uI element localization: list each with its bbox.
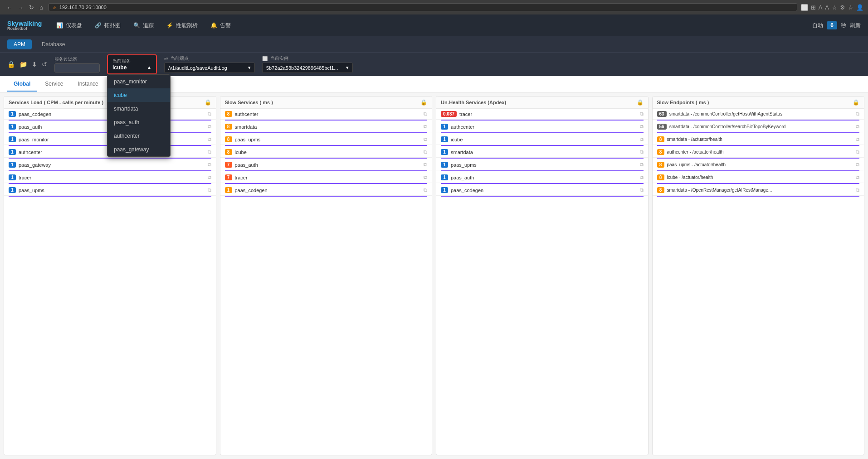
- copy-icon[interactable]: ⧉: [208, 149, 211, 155]
- main-nav: 📊 仪表盘 🔗 拓扑图 🔍 追踪 ⚡ 性能剖析 🔔 告警: [51, 19, 803, 32]
- table-row[interactable]: 8 authcenter ⧉: [220, 109, 432, 120]
- table-row[interactable]: 7 tracer ⧉: [220, 172, 432, 183]
- dropdown-item-paas-monitor[interactable]: paas_monitor: [107, 75, 170, 88]
- copy-icon[interactable]: ⧉: [208, 124, 211, 130]
- current-endpoint-value-selector[interactable]: /v1/auditLog/saveAuditLog ▾: [164, 63, 255, 73]
- browser-icon-7[interactable]: ☆: [848, 4, 853, 11]
- current-service-selector[interactable]: 当前服务 icube ▲: [107, 54, 157, 74]
- table-row[interactable]: 56 smartdata - /commonController/searchB…: [653, 121, 864, 132]
- refresh-label[interactable]: 刷新: [850, 22, 861, 29]
- table-row[interactable]: 7 paas_auth ⧉: [220, 159, 432, 170]
- copy-icon[interactable]: ⧉: [424, 149, 427, 155]
- folder-icon[interactable]: 📁: [20, 61, 27, 68]
- slow-endpoint-name: smartdata - /OpenRestManager/getAIRestMa…: [667, 188, 853, 193]
- copy-icon[interactable]: ⧉: [856, 124, 859, 130]
- browser-icon-5[interactable]: ☆: [832, 4, 837, 11]
- nav-topology[interactable]: 🔗 拓扑图: [89, 19, 126, 32]
- browser-back-button[interactable]: ←: [5, 3, 14, 12]
- copy-icon[interactable]: ⧉: [640, 187, 644, 193]
- app-header: Skywalking Rocketbot 📊 仪表盘 🔗 拓扑图 🔍 追踪 ⚡ …: [0, 14, 868, 36]
- table-row[interactable]: 1 paas_upms ⧉: [4, 185, 216, 196]
- table-row[interactable]: 8 authcenter - /actuator/health ⧉: [653, 147, 864, 158]
- table-row[interactable]: 8 smartdata - /OpenRestManager/getAIRest…: [653, 185, 864, 196]
- table-row[interactable]: 0.037 tracer ⧉: [436, 109, 648, 120]
- dropdown-item-smartdata[interactable]: smartdata: [107, 102, 170, 116]
- nav-alarm[interactable]: 🔔 告警: [205, 19, 236, 32]
- copy-icon[interactable]: ⧉: [856, 162, 859, 168]
- copy-icon[interactable]: ⧉: [856, 111, 859, 117]
- copy-icon[interactable]: ⧉: [208, 187, 211, 193]
- copy-icon[interactable]: ⧉: [208, 174, 211, 180]
- download-icon[interactable]: ⬇: [32, 61, 37, 68]
- slow-badge: 8: [225, 149, 232, 155]
- current-instance-value-selector[interactable]: 5b72a2a53b32429896485bcf1... ▾: [262, 63, 353, 73]
- nav-profiling-label: 性能剖析: [176, 22, 198, 29]
- copy-icon[interactable]: ⧉: [424, 187, 427, 193]
- table-row[interactable]: 1 paas_upms ⧉: [436, 159, 648, 170]
- table-row[interactable]: 1 smartdata ⧉: [436, 147, 648, 158]
- copy-icon[interactable]: ⧉: [424, 111, 427, 117]
- unhealth-badge: 1: [441, 149, 448, 155]
- copy-icon[interactable]: ⧉: [208, 136, 211, 142]
- browser-icon-8[interactable]: 👤: [856, 4, 863, 11]
- copy-icon[interactable]: ⧉: [856, 174, 859, 180]
- table-row[interactable]: 8 icube ⧉: [220, 147, 432, 158]
- copy-icon[interactable]: ⧉: [640, 124, 644, 130]
- table-row[interactable]: 8 smartdata - /actuator/health ⧉: [653, 134, 864, 145]
- sub-nav-apm[interactable]: APM: [7, 39, 32, 49]
- refresh-icon[interactable]: ↺: [42, 61, 47, 68]
- copy-icon[interactable]: ⧉: [424, 136, 427, 142]
- copy-icon[interactable]: ⧉: [424, 124, 427, 130]
- browser-address-bar[interactable]: ⚠ 192.168.70.26:10800: [49, 3, 797, 11]
- table-row[interactable]: 1 authcenter ⧉: [436, 121, 648, 132]
- table-row[interactable]: 8 icube - /actuator/health ⧉: [653, 172, 864, 183]
- dropdown-item-paas-gateway[interactable]: paas_gateway: [107, 143, 170, 156]
- nav-dashboard[interactable]: 📊 仪表盘: [51, 19, 88, 32]
- copy-icon[interactable]: ⧉: [424, 162, 427, 168]
- table-row[interactable]: 1 tracer ⧉: [4, 172, 216, 183]
- copy-icon[interactable]: ⧉: [856, 136, 859, 142]
- service-filter-input[interactable]: [54, 63, 100, 72]
- table-row[interactable]: 1 paas_codegen ⧉: [436, 185, 648, 196]
- tab-service[interactable]: Service: [39, 77, 69, 92]
- table-row[interactable]: 1 paas_auth ⧉: [436, 172, 648, 183]
- copy-icon[interactable]: ⧉: [640, 149, 644, 155]
- copy-icon[interactable]: ⧉: [856, 149, 859, 155]
- browser-icon-3[interactable]: A: [819, 4, 823, 11]
- copy-icon[interactable]: ⧉: [640, 174, 644, 180]
- tab-instance[interactable]: Instance: [71, 77, 104, 92]
- copy-icon[interactable]: ⧉: [208, 162, 211, 168]
- table-row[interactable]: 1 icube ⧉: [436, 134, 648, 145]
- dropdown-item-paas-auth[interactable]: paas_auth: [107, 116, 170, 129]
- sub-nav-database[interactable]: Database: [35, 39, 71, 49]
- nav-trace[interactable]: 🔍 追踪: [128, 19, 159, 32]
- table-row[interactable]: 1 paas_gateway ⧉: [4, 159, 216, 170]
- table-row[interactable]: 8 paas_upms ⧉: [220, 134, 432, 145]
- copy-icon[interactable]: ⧉: [856, 187, 859, 193]
- refresh-time-badge[interactable]: 6: [827, 21, 837, 29]
- slow-services-panel: Slow Services ( ms ) 🔒 8 authcenter ⧉ 8 …: [220, 96, 433, 455]
- dropdown-item-authcenter[interactable]: authcenter: [107, 129, 170, 143]
- auto-label: 自动: [812, 22, 823, 29]
- copy-icon[interactable]: ⧉: [640, 136, 644, 142]
- slow-service-name: tracer: [235, 175, 421, 180]
- browser-forward-button[interactable]: →: [16, 3, 25, 12]
- table-row[interactable]: 1 paas_codegen ⧉: [220, 185, 432, 196]
- table-row[interactable]: 63 smartdata - /commonController/getHost…: [653, 109, 864, 120]
- nav-profiling[interactable]: ⚡ 性能剖析: [161, 19, 203, 32]
- copy-icon[interactable]: ⧉: [424, 174, 427, 180]
- browser-icon-6[interactable]: ⚙: [840, 4, 845, 11]
- dropdown-item-icube[interactable]: icube: [107, 88, 170, 102]
- table-row[interactable]: 8 paas_upms - /actuator/health ⧉: [653, 159, 864, 170]
- browser-icon-2[interactable]: ⊞: [811, 4, 816, 11]
- browser-icon-1[interactable]: ⬜: [801, 4, 808, 11]
- copy-icon[interactable]: ⧉: [640, 162, 644, 168]
- browser-icon-4[interactable]: A: [825, 4, 829, 11]
- table-row[interactable]: 8 smartdata ⧉: [220, 121, 432, 132]
- copy-icon[interactable]: ⧉: [208, 111, 211, 117]
- browser-refresh-button[interactable]: ↻: [27, 3, 36, 12]
- copy-icon[interactable]: ⧉: [640, 111, 644, 117]
- lock-icon[interactable]: 🔒: [7, 61, 15, 68]
- tab-global[interactable]: Global: [7, 77, 37, 92]
- browser-home-button[interactable]: ⌂: [38, 3, 45, 12]
